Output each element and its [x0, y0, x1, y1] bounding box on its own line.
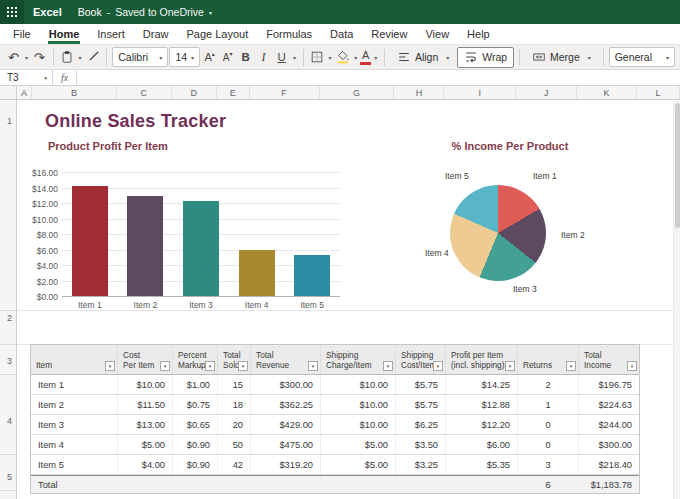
- table-total-cell[interactable]: $1,183.78: [579, 476, 639, 493]
- table-cell[interactable]: $0.90: [173, 455, 218, 474]
- table-total-cell[interactable]: [118, 476, 173, 493]
- table-total-cell[interactable]: [173, 476, 218, 493]
- table-cell[interactable]: $3.50: [396, 435, 446, 454]
- table-cell[interactable]: Item 3: [31, 415, 118, 434]
- menu-file[interactable]: File: [4, 24, 40, 44]
- filter-button[interactable]: ▾: [105, 361, 115, 371]
- app-name[interactable]: Excel: [33, 6, 62, 18]
- name-box[interactable]: T3 ▾: [0, 70, 52, 85]
- table-total-cell[interactable]: [251, 476, 321, 493]
- table-header-cell[interactable]: Returns▾: [518, 345, 579, 374]
- column-header-c[interactable]: C: [117, 86, 172, 99]
- filter-button[interactable]: ▾: [505, 361, 515, 371]
- table-total-cell[interactable]: [218, 476, 251, 493]
- column-header-d[interactable]: D: [172, 86, 217, 99]
- table-header-cell[interactable]: Percent Markup▾: [173, 345, 218, 374]
- borders-chevron-icon[interactable]: ▾: [327, 54, 334, 61]
- underline-button[interactable]: U: [273, 47, 290, 67]
- table-cell[interactable]: 0: [518, 435, 579, 454]
- table-cell[interactable]: $5.00: [321, 455, 396, 474]
- filter-button[interactable]: ▾: [238, 361, 248, 371]
- format-painter-button[interactable]: [84, 47, 101, 67]
- app-launcher-button[interactable]: [0, 0, 24, 24]
- table-cell[interactable]: $0.90: [173, 435, 218, 454]
- table-cell[interactable]: $218.40: [579, 455, 639, 474]
- table-total-cell[interactable]: [321, 476, 396, 493]
- row-header-2[interactable]: 2: [7, 313, 12, 323]
- menu-draw[interactable]: Draw: [134, 24, 178, 44]
- font-name-select[interactable]: Calibri ▾: [112, 47, 168, 67]
- column-header-b[interactable]: B: [32, 86, 117, 99]
- table-header-cell[interactable]: Shipping Charge/Item▾: [321, 345, 396, 374]
- column-header-e[interactable]: E: [217, 86, 250, 99]
- table-cell[interactable]: $5.75: [396, 375, 446, 394]
- italic-button[interactable]: I: [255, 47, 272, 67]
- table-cell[interactable]: 3: [518, 455, 579, 474]
- filter-button[interactable]: ▾: [566, 361, 576, 371]
- column-header-f[interactable]: F: [250, 86, 320, 99]
- status-chevron-icon[interactable]: ▾: [209, 9, 212, 16]
- grow-font-button[interactable]: A ▴: [201, 47, 218, 67]
- table-cell[interactable]: $10.00: [321, 415, 396, 434]
- font-color-button[interactable]: A: [360, 50, 371, 65]
- merge-button[interactable]: Merge ▾: [525, 47, 598, 68]
- table-cell[interactable]: $14.25: [446, 375, 518, 394]
- table-header-cell[interactable]: Total Sold▾: [218, 345, 251, 374]
- fill-color-button[interactable]: [334, 47, 351, 67]
- table-cell[interactable]: $10.00: [118, 375, 173, 394]
- bar-chart[interactable]: Product Profit Per Item $16.00$14.00$12.…: [28, 138, 360, 310]
- table-cell[interactable]: $300.00: [251, 375, 321, 394]
- menu-insert[interactable]: Insert: [88, 24, 134, 44]
- table-cell[interactable]: $0.75: [173, 395, 218, 414]
- table-cell[interactable]: 15: [218, 375, 251, 394]
- table-header-cell[interactable]: Cost Per Item▾: [118, 345, 173, 374]
- shrink-font-button[interactable]: A ▾: [219, 47, 236, 67]
- table-cell[interactable]: $3.25: [396, 455, 446, 474]
- table-cell[interactable]: $224.63: [579, 395, 639, 414]
- table-cell[interactable]: $1.00: [173, 375, 218, 394]
- table-cell[interactable]: $6.25: [396, 415, 446, 434]
- table-total-cell[interactable]: 6: [518, 476, 579, 493]
- table-cell[interactable]: Item 1: [31, 375, 118, 394]
- table-cell[interactable]: $5.35: [446, 455, 518, 474]
- table-cell[interactable]: $6.00: [446, 435, 518, 454]
- column-header-j[interactable]: J: [516, 86, 577, 99]
- borders-button[interactable]: [309, 47, 326, 67]
- table-cell[interactable]: $12.88: [446, 395, 518, 414]
- menu-review[interactable]: Review: [362, 24, 416, 44]
- column-header-i[interactable]: I: [444, 86, 516, 99]
- table-cell[interactable]: 42: [218, 455, 251, 474]
- paste-button[interactable]: [59, 47, 76, 67]
- table-cell[interactable]: $11.50: [118, 395, 173, 414]
- table-cell[interactable]: Item 2: [31, 395, 118, 414]
- column-header-h[interactable]: H: [394, 86, 444, 99]
- table-header-cell[interactable]: Profit per Item (incl. shipping)▾: [446, 345, 518, 374]
- table-cell[interactable]: $0.65: [173, 415, 218, 434]
- table-header-cell[interactable]: Total Income▾: [579, 345, 639, 374]
- menu-formulas[interactable]: Formulas: [257, 24, 321, 44]
- column-header-g[interactable]: G: [320, 86, 395, 99]
- row-header-4[interactable]: 4: [7, 416, 12, 426]
- table-cell[interactable]: $5.75: [396, 395, 446, 414]
- menu-data[interactable]: Data: [321, 24, 362, 44]
- table-cell[interactable]: $475.00: [251, 435, 321, 454]
- number-format-select[interactable]: General ▾: [609, 47, 675, 67]
- table-cell[interactable]: 2: [518, 375, 579, 394]
- spreadsheet[interactable]: 12345 Online Sales Tracker Product Profi…: [0, 100, 680, 499]
- table-cell[interactable]: $10.00: [321, 375, 396, 394]
- column-header-l[interactable]: L: [637, 86, 680, 99]
- filter-button[interactable]: ▾: [383, 361, 393, 371]
- row-header-3[interactable]: 3: [7, 356, 12, 366]
- filter-button[interactable]: ▾: [205, 361, 215, 371]
- table-cell[interactable]: $5.00: [321, 435, 396, 454]
- filter-button[interactable]: ▾: [627, 361, 637, 371]
- font-size-select[interactable]: 14 ▾: [169, 47, 200, 67]
- table-cell[interactable]: $319.20: [251, 455, 321, 474]
- column-header-k[interactable]: K: [577, 86, 637, 99]
- paste-chevron-icon[interactable]: ▾: [77, 54, 84, 61]
- wrap-text-button[interactable]: Wrap: [457, 47, 514, 68]
- table-cell[interactable]: 18: [218, 395, 251, 414]
- table-header-cell[interactable]: Item▾: [31, 345, 118, 374]
- align-button[interactable]: Align ▾: [390, 47, 456, 68]
- table-cell[interactable]: $13.00: [118, 415, 173, 434]
